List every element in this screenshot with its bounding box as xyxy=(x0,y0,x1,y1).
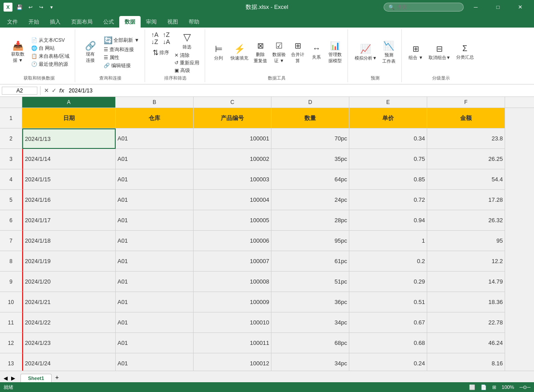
cell-2-E[interactable]: 0.34 xyxy=(349,128,427,149)
cell-11-C[interactable]: 100010 xyxy=(194,312,271,333)
customize-icon[interactable]: ▾ xyxy=(48,4,55,11)
header-cell-qty[interactable]: 数量 xyxy=(271,108,349,128)
row-num-13[interactable]: 13 xyxy=(0,353,22,371)
tab-home[interactable]: 开始 xyxy=(23,16,44,28)
group-button[interactable]: ⊞ 组合 ▼ xyxy=(406,43,425,62)
close-button[interactable]: ✕ xyxy=(510,0,530,14)
col-header-D[interactable]: D xyxy=(271,97,349,108)
cell-6-E[interactable]: 0.94 xyxy=(349,210,427,231)
advanced-button[interactable]: ▣ 高级 xyxy=(173,67,201,74)
manage-model-button[interactable]: 📊 管理数据模型 xyxy=(326,40,344,65)
cell-12-F[interactable]: 46.24 xyxy=(427,333,505,353)
tab-help[interactable]: 帮助 xyxy=(183,16,205,28)
cell-4-C[interactable]: 100003 xyxy=(194,169,271,190)
cell-9-F[interactable]: 14.79 xyxy=(427,272,505,292)
cell-4-D[interactable]: 64pc xyxy=(271,169,349,190)
cell-8-C[interactable]: 100007 xyxy=(194,251,271,272)
tab-review[interactable]: 审阅 xyxy=(141,16,162,28)
cell-4-E[interactable]: 0.85 xyxy=(349,169,427,190)
cell-9-D[interactable]: 51pc xyxy=(271,272,349,292)
cell-2-C[interactable]: 100001 xyxy=(194,128,271,149)
view-break-icon[interactable]: ⊞ xyxy=(492,384,496,390)
cell-10-B[interactable]: A01 xyxy=(116,292,194,312)
cancel-formula-icon[interactable]: ✕ xyxy=(43,86,50,95)
cell-7-F[interactable]: 95 xyxy=(427,231,505,251)
header-cell-product[interactable]: 产品编号 xyxy=(194,108,271,128)
cell-7-C[interactable]: 100006 xyxy=(194,231,271,251)
cell-11-F[interactable]: 22.78 xyxy=(427,312,505,333)
cell-7-E[interactable]: 1 xyxy=(349,231,427,251)
cell-3-D[interactable]: 35pc xyxy=(271,149,349,169)
sort-desc-button[interactable]: ↑Z↓A xyxy=(161,30,172,46)
from-table-button[interactable]: 📋来自表格/区域 xyxy=(29,52,71,60)
cell-3-E[interactable]: 0.75 xyxy=(349,149,427,169)
from-web-button[interactable]: 🌐自 网站 xyxy=(29,44,71,52)
cell-reference-input[interactable] xyxy=(2,87,37,95)
row-num-3[interactable]: 3 xyxy=(0,149,22,169)
formula-input[interactable] xyxy=(67,88,532,94)
tab-data[interactable]: 数据 xyxy=(119,16,141,28)
cell-9-E[interactable]: 0.29 xyxy=(349,272,427,292)
cell-2-F[interactable]: 23.8 xyxy=(427,128,505,149)
sheet-nav-prev[interactable]: ◀ xyxy=(2,374,9,382)
cell-11-A[interactable]: 2024/1/22 xyxy=(22,312,116,333)
zoom-slider[interactable]: ─⊙─ xyxy=(519,384,530,390)
row-num-10[interactable]: 10 xyxy=(0,292,22,312)
cell-2-D[interactable]: 70pc xyxy=(271,128,349,149)
tab-file[interactable]: 文件 xyxy=(2,16,23,28)
forecast-button[interactable]: 📉 预测工作表 xyxy=(380,39,398,66)
cell-2-A[interactable]: 2024/1/13 xyxy=(22,128,116,149)
cell-12-E[interactable]: 0.68 xyxy=(349,333,427,353)
cell-12-B[interactable]: A01 xyxy=(116,333,194,353)
cell-10-E[interactable]: 0.51 xyxy=(349,292,427,312)
col-header-C[interactable]: C xyxy=(194,97,271,108)
get-data-button[interactable]: 📥 获取数据 ▼ xyxy=(7,40,28,65)
col-header-F[interactable]: F xyxy=(427,97,505,108)
header-cell-amount[interactable]: 金额 xyxy=(427,108,505,128)
cell-6-A[interactable]: 2024/1/17 xyxy=(22,210,116,231)
subtotal-button[interactable]: Σ 分类汇总 xyxy=(454,43,476,62)
cell-4-A[interactable]: 2024/1/15 xyxy=(22,169,116,190)
cell-10-C[interactable]: 100009 xyxy=(194,292,271,312)
add-sheet-button[interactable]: + xyxy=(52,372,62,382)
view-layout-icon[interactable]: 📄 xyxy=(481,384,487,390)
row-num-1[interactable]: 1 xyxy=(0,108,22,128)
cell-8-D[interactable]: 61pc xyxy=(271,251,349,272)
recent-sources-button[interactable]: 🕐最近使用的源 xyxy=(29,60,71,68)
cell-12-D[interactable]: 68pc xyxy=(271,333,349,353)
cell-10-F[interactable]: 18.36 xyxy=(427,292,505,312)
redo-icon[interactable]: ↪ xyxy=(37,4,44,11)
cell-6-F[interactable]: 26.32 xyxy=(427,210,505,231)
row-num-8[interactable]: 8 xyxy=(0,251,22,272)
cell-9-B[interactable]: A01 xyxy=(116,272,194,292)
cell-13-E[interactable]: 0.24 xyxy=(349,353,427,371)
confirm-formula-icon[interactable]: ✓ xyxy=(51,86,57,95)
cell-8-B[interactable]: A01 xyxy=(116,251,194,272)
row-num-9[interactable]: 9 xyxy=(0,272,22,292)
remove-dup-button[interactable]: ⊠ 删除重复值 xyxy=(251,40,269,65)
cell-13-B[interactable]: A01 xyxy=(116,353,194,371)
search-input[interactable] xyxy=(396,4,454,10)
col-header-B[interactable]: B xyxy=(116,97,194,108)
row-num-5[interactable]: 5 xyxy=(0,190,22,210)
cell-6-B[interactable]: A01 xyxy=(116,210,194,231)
header-cell-price[interactable]: 单价 xyxy=(349,108,427,128)
row-num-11[interactable]: 11 xyxy=(0,312,22,333)
query-connect-button[interactable]: ☰ 查询和连接 xyxy=(102,46,141,53)
cell-11-D[interactable]: 34pc xyxy=(271,312,349,333)
cell-13-D[interactable]: 34pc xyxy=(271,353,349,371)
cell-5-C[interactable]: 100004 xyxy=(194,190,271,210)
properties-button[interactable]: ☰ 属性 xyxy=(102,54,141,61)
maximize-button[interactable]: □ xyxy=(488,0,508,14)
cell-8-E[interactable]: 0.2 xyxy=(349,251,427,272)
col-header-A[interactable]: A xyxy=(22,97,116,108)
from-text-button[interactable]: 📄从文本/CSV xyxy=(29,36,71,44)
sheet-tab-1[interactable]: Sheet1 xyxy=(20,374,52,382)
cell-8-F[interactable]: 12.2 xyxy=(427,251,505,272)
ungroup-button[interactable]: ⊟ 取消组合▼ xyxy=(426,43,453,62)
insert-function-icon[interactable]: fx xyxy=(58,86,65,95)
cell-6-C[interactable]: 100005 xyxy=(194,210,271,231)
flash-fill-button[interactable]: ⚡ 快速填充 xyxy=(228,42,251,63)
split-col-button[interactable]: ⊨ 分列 xyxy=(210,42,227,63)
edit-links-button[interactable]: 🔗 编辑链接 xyxy=(102,62,141,69)
